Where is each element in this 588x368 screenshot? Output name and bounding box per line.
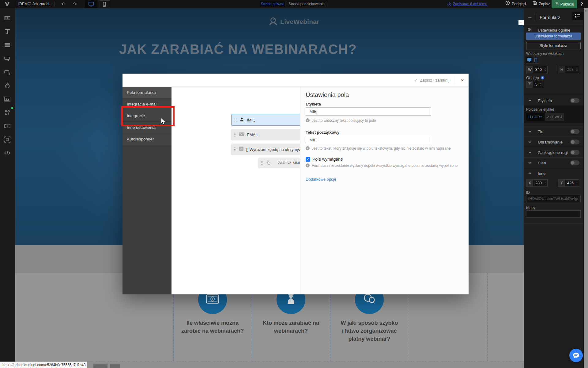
help-button[interactable]: ? [580,0,583,8]
section-shadow[interactable]: Cień [524,157,584,168]
hero-title[interactable]: JAK ZARABIAĆ NA WEBINARACH? [15,42,461,57]
frame-tool-icon[interactable] [2,134,13,145]
modal-tab-form-fields[interactable]: Pola formularza [123,87,172,98]
back-icon[interactable]: ← [527,13,533,20]
money-icon: 1 [206,294,219,305]
panel-title: Formularz [540,15,560,20]
classes-input[interactable] [526,210,581,218]
label-position-left-button[interactable]: Z LEWEJ [545,113,564,121]
classes-label: Klasy [526,206,535,210]
spin-up-icon: ▴ [540,82,541,84]
upload-icon [555,2,559,7]
info-icon: i [541,76,544,79]
section-border[interactable]: Obramowanie [524,136,584,147]
svg-text:1: 1 [212,297,213,301]
livewebinar-logo[interactable]: LiveWebinar [269,17,319,27]
height-stepper[interactable]: H 253 ▴▾ [558,66,579,73]
width-stepper[interactable]: W 340 ▴▾ [526,66,548,73]
divider [454,76,454,84]
top-bar: [DEMO] Jak zarabi... ↶ ↷ Strona główna S… [0,0,588,8]
view-visibility-toggle [526,56,539,64]
chevron-down-icon [529,151,532,154]
spin-up-icon: ▴ [576,181,577,183]
y-position-stepper[interactable]: Y 426 ▴▾ [558,179,579,187]
chat-launcher-button[interactable] [569,349,583,362]
border-toggle[interactable] [570,140,579,144]
save-and-close-button[interactable]: ✓ Zapisz i zamknij [414,74,449,87]
tab-main-page[interactable]: Strona główna [260,1,285,7]
collapse-section-button[interactable]: − [518,20,524,25]
required-checkbox[interactable]: ✓ [306,157,310,162]
background-toggle[interactable] [570,129,579,134]
spacing-stepper[interactable]: 5 ▴▾ [526,81,543,88]
preview-icon [505,0,510,8]
undo-icon[interactable]: ↶ [61,0,65,8]
video-tool-icon[interactable] [2,120,13,132]
section-label[interactable]: Etykieta [524,95,584,105]
placeholder-input[interactable] [306,136,431,144]
redo-icon[interactable]: ↷ [73,0,77,8]
spin-up-icon: ▴ [545,67,545,70]
section-other[interactable]: Inne [524,168,584,178]
publish-button[interactable]: Publikuj [552,0,577,8]
section-rounded-corners[interactable]: Zaokrąglone rogi [524,147,584,157]
sections-tool-icon[interactable] [2,12,13,24]
scroll-up-icon[interactable]: ▲ [584,9,588,12]
label-position-panel: Położenie etykiet U GÓRY Z LEWEJ [524,105,584,123]
mobile-view-button[interactable] [99,0,110,8]
text-tool-icon[interactable] [2,26,13,37]
more-options-link[interactable]: Dodatkowe opcje [306,177,336,182]
divider [55,2,55,6]
drag-handle-icon[interactable] [261,161,263,165]
rounded-corners-toggle[interactable] [570,150,579,155]
divider [524,223,584,224]
saved-status-link[interactable]: Zapisane: 6 dni temu [453,0,487,8]
icons-tool-icon[interactable] [2,107,13,118]
preview-button[interactable]: Podgląd [505,0,526,8]
shadow-toggle[interactable] [570,160,579,165]
person-icon [239,117,244,123]
form-settings-button[interactable]: Ustawienia formularza [526,33,581,40]
close-icon[interactable]: × [457,74,468,87]
html-code-tool-icon[interactable] [2,147,13,159]
spacing-label: Odstęp [526,75,539,80]
label-input[interactable] [306,107,431,116]
drag-handle-icon[interactable] [234,133,236,137]
modal-header: ✓ Zapisz i zamknij × [123,74,469,87]
feature-text[interactable]: W jaki sposób szybko i łatwo zorganizowa… [326,319,412,343]
drag-handle-icon[interactable] [235,118,237,122]
chevron-down-icon [529,130,532,133]
spin-up-icon: ▴ [545,181,545,183]
desktop-visibility-button[interactable] [526,56,533,63]
pointer-hand-icon [266,160,270,166]
feature-text[interactable]: Ile właściwie można zarobić na webinarac… [170,319,255,335]
feature-text[interactable]: Kto może zarabiać na webinarach? [248,319,334,335]
image-tool-icon[interactable] [2,93,13,105]
drag-handle-icon[interactable] [234,148,236,151]
id-input[interactable] [526,195,581,202]
section-background[interactable]: Tło [524,126,584,136]
panel-scrollbar[interactable] [584,8,588,368]
label-position-top-button[interactable]: U GÓRY [526,113,545,121]
countdown-tool-icon[interactable] [2,80,13,91]
rows-tool-icon[interactable] [2,39,13,51]
label-toggle[interactable] [570,98,579,103]
general-settings-label: Ustawienia ogólne [538,28,570,33]
spin-down-icon: ▾ [540,84,541,86]
chevron-down-icon [529,140,532,143]
tab-thankyou-page[interactable]: Strona podziękowania [286,1,327,7]
button-tool-icon[interactable] [2,53,13,64]
desktop-view-button[interactable] [85,0,97,8]
x-position-stepper[interactable]: X 289 ▴▾ [526,179,548,187]
payment-button-tool-icon[interactable]: $ [2,66,13,78]
modal-tab-autoresponder[interactable]: Autoresponder [123,133,172,145]
label-field-label: Etykieta [306,102,321,106]
spin-down-icon: ▾ [576,70,577,72]
form-styles-button[interactable]: Style formularza [526,42,581,49]
mobile-visibility-button[interactable] [533,56,539,63]
landingi-logo-icon[interactable] [4,2,10,8]
presenter-icon [286,293,296,306]
save-button[interactable]: Zapisz [533,0,550,8]
gear-icon: ⚙ [527,27,531,32]
layers-button[interactable] [572,12,583,20]
